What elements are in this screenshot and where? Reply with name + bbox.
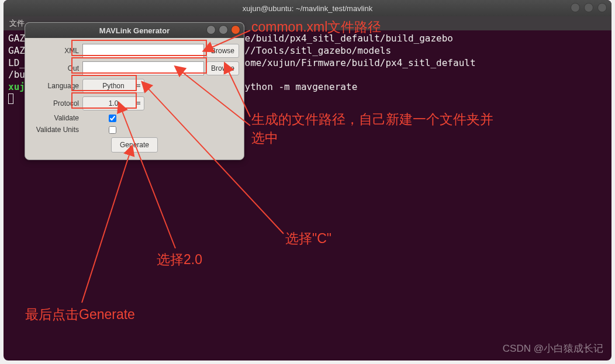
minimize-icon[interactable]	[206, 25, 216, 34]
terminal-window-controls	[571, 3, 607, 12]
maximize-icon[interactable]	[584, 3, 593, 12]
dialog-titlebar[interactable]: MAVLink Generator	[25, 23, 244, 38]
out-label: Out	[30, 64, 82, 72]
language-select[interactable]: Python	[82, 79, 144, 93]
dialog-title: MAVLink Generator	[99, 26, 170, 35]
minimize-icon[interactable]	[571, 3, 580, 12]
maximize-icon[interactable]	[219, 25, 228, 34]
generate-button[interactable]: Generate	[111, 137, 158, 152]
xml-row: XML Browse	[30, 44, 239, 58]
xml-browse-button[interactable]: Browse	[206, 44, 239, 58]
annotation-xml-path: common.xml文件路径	[251, 18, 381, 36]
xml-label: XML	[30, 47, 82, 55]
annotation-select-c: 选择"C"	[285, 229, 331, 248]
out-row: Out Browse	[30, 61, 239, 75]
annotation-out-path: 生成的文件路径，自己新建一个文件夹并选中	[251, 110, 503, 147]
out-browse-button[interactable]: Browse	[206, 61, 239, 75]
language-label: Language	[30, 82, 82, 90]
terminal-titlebar: xujun@ubuntu: ~/mavlink_test/mavlink	[4, 0, 611, 16]
validate-units-checkbox[interactable]	[109, 126, 116, 134]
watermark: CSDN @小白猿成长记	[503, 342, 603, 355]
validate-row: Validate	[30, 114, 239, 122]
annotation-select-20: 选择2.0	[157, 250, 202, 269]
xml-input[interactable]	[82, 44, 204, 58]
close-icon[interactable]	[231, 25, 240, 34]
dialog-window-controls	[206, 25, 240, 34]
cursor-icon	[8, 93, 13, 104]
annotation-generate: 最后点击Generate	[25, 305, 135, 324]
validate-label: Validate	[30, 114, 82, 122]
menu-file[interactable]: 文件	[9, 18, 25, 29]
close-icon[interactable]	[597, 3, 607, 12]
validate-units-label: Validate Units	[30, 126, 82, 134]
dialog-body: XML Browse Out Browse Language Python Pr…	[25, 38, 244, 160]
validate-units-row: Validate Units	[30, 126, 239, 134]
protocol-label: Protocol	[30, 99, 82, 108]
language-row: Language Python	[30, 79, 239, 93]
protocol-select[interactable]: 1.0	[82, 96, 144, 110]
protocol-row: Protocol 1.0	[30, 96, 239, 110]
terminal-line: /bu	[8, 69, 25, 80]
validate-checkbox[interactable]	[109, 115, 116, 122]
terminal-title: xujun@ubuntu: ~/mavlink_test/mavlink	[243, 4, 372, 13]
out-input[interactable]	[82, 61, 204, 75]
mavlink-generator-dialog: MAVLink Generator XML Browse Out Browse …	[25, 22, 244, 160]
